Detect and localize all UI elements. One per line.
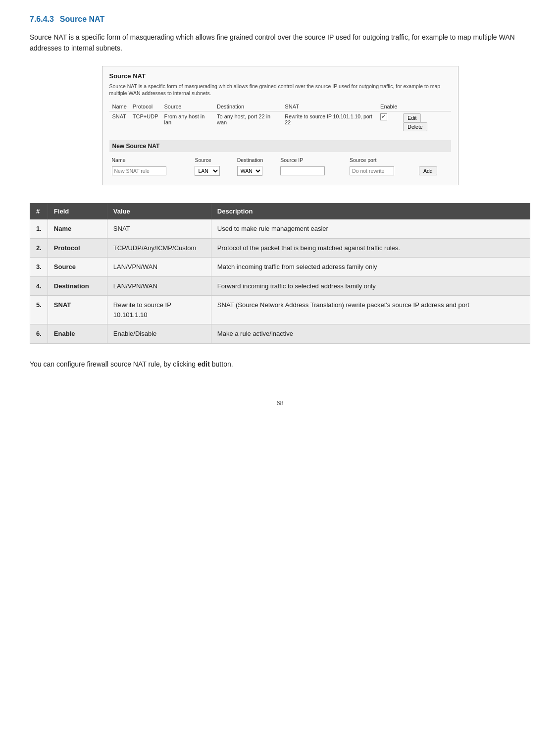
row-field: Name <box>48 219 107 239</box>
row-num: 5. <box>30 296 48 324</box>
row-description: Make a rule active/inactive <box>211 324 530 344</box>
edit-button[interactable]: Edit <box>403 113 421 122</box>
existing-rules-table: Name Protocol Source Destination SNAT En… <box>109 102 451 133</box>
row-description: Match incoming traffic from selected add… <box>211 258 530 277</box>
outro-paragraph: You can configure firewall source NAT ru… <box>30 359 530 370</box>
form-col-name: Name <box>109 156 193 164</box>
table-row: SNAT TCP+UDP From any host in lan To any… <box>109 111 451 134</box>
form-col-add <box>416 156 451 164</box>
form-col-destination: Destination <box>235 156 278 164</box>
row-protocol: TCP+UDP <box>130 111 161 134</box>
row-num: 4. <box>30 276 48 296</box>
add-button[interactable]: Add <box>419 166 437 175</box>
table-row: 3.SourceLAN/VPN/WANMatch incoming traffi… <box>30 258 530 277</box>
thead-description: Description <box>211 204 530 219</box>
section-number: 7.6.4.3 <box>30 15 54 23</box>
new-snat-name-input[interactable] <box>112 166 166 175</box>
ui-box-description: Source NAT is a specific form of masquer… <box>109 83 451 97</box>
delete-button[interactable]: Delete <box>403 122 427 131</box>
row-field: SNAT <box>48 296 107 324</box>
row-value: LAN/VPN/WAN <box>107 258 211 277</box>
row-destination: To any host, port 22 in wan <box>214 111 282 134</box>
row-description: SNAT (Source Network Address Translation… <box>211 296 530 324</box>
table-row: 1.NameSNATUsed to make rule management e… <box>30 219 530 239</box>
section-title: Source NAT <box>60 15 104 23</box>
row-enable <box>377 111 400 134</box>
col-protocol: Protocol <box>130 102 161 111</box>
row-description: Used to make rule management easier <box>211 219 530 239</box>
row-description: Forward incoming traffic to selected add… <box>211 276 530 296</box>
table-row: 4.DestinationLAN/VPN/WANForward incoming… <box>30 276 530 296</box>
row-field: Protocol <box>48 238 107 258</box>
row-field: Enable <box>48 324 107 344</box>
outro-bold: edit <box>198 360 210 368</box>
ui-box-title: Source NAT <box>109 72 451 80</box>
source-select[interactable]: LAN VPN WAN <box>195 166 220 176</box>
row-num: 1. <box>30 219 48 239</box>
new-snat-form: Name Source Destination Source IP Source… <box>109 156 451 178</box>
row-snat: Rewrite to source IP 10.101.1.10, port 2… <box>282 111 377 134</box>
row-value: Enable/Disable <box>107 324 211 344</box>
row-value: SNAT <box>107 219 211 239</box>
form-col-source: Source <box>192 156 234 164</box>
new-snat-header: New Source NAT <box>109 140 451 152</box>
table-row: 6.EnableEnable/DisableMake a rule active… <box>30 324 530 344</box>
new-snat-row: LAN VPN WAN WAN LAN VPN <box>109 164 451 178</box>
outro-suffix: button. <box>210 360 233 368</box>
thead-value: Value <box>107 204 211 219</box>
form-col-source-ip: Source IP <box>278 156 347 164</box>
destination-select[interactable]: WAN LAN VPN <box>237 166 262 176</box>
ui-screenshot-box: Source NAT Source NAT is a specific form… <box>102 66 458 185</box>
col-enable: Enable <box>377 102 400 111</box>
table-row: 5.SNATRewrite to source IP 10.101.1.10SN… <box>30 296 530 324</box>
col-destination: Destination <box>214 102 282 111</box>
row-source: From any host in lan <box>161 111 214 134</box>
row-value: Rewrite to source IP 10.101.1.10 <box>107 296 211 324</box>
source-ip-input[interactable] <box>280 166 325 175</box>
source-port-input[interactable] <box>350 166 394 175</box>
col-snat: SNAT <box>282 102 377 111</box>
page-number: 68 <box>30 399 530 407</box>
row-name: SNAT <box>109 111 130 134</box>
table-row: 2.ProtocolTCP/UDP/Any/ICMP/CustomProtoco… <box>30 238 530 258</box>
thead-num: # <box>30 204 48 219</box>
outro-prefix: You can configure firewall source NAT ru… <box>30 360 198 368</box>
row-num: 3. <box>30 258 48 277</box>
row-description: Protocol of the packet that is being mat… <box>211 238 530 258</box>
col-name: Name <box>109 102 130 111</box>
intro-paragraph: Source NAT is a specific form of masquer… <box>30 32 530 54</box>
row-field: Source <box>48 258 107 277</box>
col-actions <box>400 102 451 111</box>
row-value: TCP/UDP/Any/ICMP/Custom <box>107 238 211 258</box>
form-col-source-port: Source port <box>347 156 416 164</box>
fields-reference-table: # Field Value Description 1.NameSNATUsed… <box>30 203 530 344</box>
col-source: Source <box>161 102 214 111</box>
row-num: 6. <box>30 324 48 344</box>
thead-field: Field <box>48 204 107 219</box>
row-num: 2. <box>30 238 48 258</box>
row-value: LAN/VPN/WAN <box>107 276 211 296</box>
row-actions: Edit Delete <box>400 111 451 134</box>
enable-checkbox[interactable] <box>380 113 387 120</box>
row-field: Destination <box>48 276 107 296</box>
